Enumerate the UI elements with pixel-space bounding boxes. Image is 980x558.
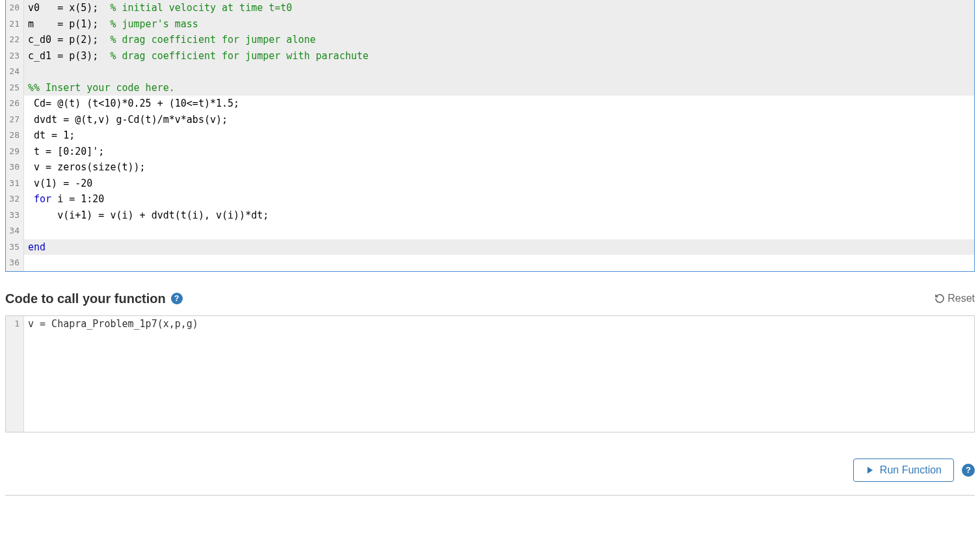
line-content[interactable] <box>24 223 974 239</box>
code-line[interactable]: 28 dt = 1; <box>6 127 974 144</box>
code-line[interactable]: 26 Cd= @(t) (t<10)*0.25 + (10<=t)*1.5; <box>6 96 974 112</box>
line-content[interactable]: v(1) = -20 <box>24 176 974 192</box>
line-number: 35 <box>6 239 24 256</box>
code-line[interactable]: 21m = p(1); % jumper's mass <box>6 16 974 33</box>
line-content[interactable]: v = zeros(size(t)); <box>24 159 974 176</box>
help-icon[interactable]: ? <box>171 293 183 304</box>
code-line[interactable]: 27 dvdt = @(t,v) g-Cd(t)/m*v*abs(v); <box>6 112 974 128</box>
line-number: 23 <box>6 48 24 64</box>
line-content[interactable]: end <box>24 239 974 256</box>
line-number: 32 <box>6 191 24 207</box>
call-section-title-text: Code to call your function <box>5 291 166 306</box>
reset-icon <box>934 293 945 304</box>
line-content[interactable]: v0 = x(5); % initial velocity at time t=… <box>24 0 974 16</box>
run-function-button[interactable]: Run Function <box>853 458 954 482</box>
line-content[interactable]: m = p(1); % jumper's mass <box>24 16 974 33</box>
line-number: 33 <box>6 207 24 224</box>
line-number: 29 <box>6 144 24 160</box>
code-line[interactable]: 22c_d0 = p(2); % drag coefficient for ju… <box>6 32 974 48</box>
code-line[interactable]: 33 v(i+1) = v(i) + dvdt(t(i), v(i))*dt; <box>6 207 974 224</box>
reset-label: Reset <box>947 293 975 304</box>
line-content[interactable]: c_d1 = p(3); % drag coefficient for jump… <box>24 48 974 64</box>
line-content[interactable]: dt = 1; <box>24 127 974 144</box>
line-number: 34 <box>6 223 24 239</box>
code-line[interactable]: 23c_d1 = p(3); % drag coefficient for ju… <box>6 48 974 64</box>
line-number: 27 <box>6 112 24 128</box>
call-code-editor[interactable]: 1 v = Chapra_Problem_1p7(x,p,g) <box>5 315 975 432</box>
play-icon <box>866 466 875 475</box>
call-gutter <box>6 332 24 432</box>
line-content[interactable]: t = [0:20]'; <box>24 144 974 160</box>
code-line[interactable]: 20v0 = x(5); % initial velocity at time … <box>6 0 974 16</box>
code-line[interactable]: 30 v = zeros(size(t)); <box>6 159 974 176</box>
line-content[interactable]: v(i+1) = v(i) + dvdt(t(i), v(i))*dt; <box>24 207 974 224</box>
call-line-content[interactable]: v = Chapra_Problem_1p7(x,p,g) <box>24 316 974 332</box>
line-content[interactable] <box>24 255 974 271</box>
line-number: 20 <box>6 0 24 16</box>
code-line[interactable]: 34 <box>6 223 974 239</box>
svg-marker-0 <box>867 466 873 473</box>
help-icon[interactable]: ? <box>962 464 975 477</box>
main-code-editor[interactable]: 20v0 = x(5); % initial velocity at time … <box>5 0 975 272</box>
line-number: 36 <box>6 255 24 271</box>
line-number: 26 <box>6 96 24 112</box>
line-number: 25 <box>6 80 24 96</box>
line-number: 24 <box>6 64 24 80</box>
code-line[interactable]: 32 for i = 1:20 <box>6 191 974 207</box>
run-row: Run Function ? <box>5 458 975 482</box>
run-button-label: Run Function <box>880 464 942 476</box>
code-line[interactable]: 24 <box>6 64 974 80</box>
call-section-title: Code to call your function ? <box>5 291 183 306</box>
line-content[interactable]: dvdt = @(t,v) g-Cd(t)/m*v*abs(v); <box>24 112 974 128</box>
reset-button[interactable]: Reset <box>934 293 975 304</box>
line-content[interactable]: Cd= @(t) (t<10)*0.25 + (10<=t)*1.5; <box>24 96 974 112</box>
code-line[interactable]: 25%% Insert your code here. <box>6 80 974 96</box>
code-line[interactable]: 31 v(1) = -20 <box>6 176 974 192</box>
code-line[interactable]: 36 <box>6 255 974 271</box>
line-number: 31 <box>6 176 24 192</box>
code-line[interactable]: 35end <box>6 239 974 256</box>
divider <box>5 495 975 496</box>
line-content[interactable] <box>24 64 974 80</box>
line-number: 22 <box>6 32 24 48</box>
line-content[interactable]: %% Insert your code here. <box>24 80 974 96</box>
line-number: 28 <box>6 127 24 144</box>
call-section-header: Code to call your function ? Reset <box>5 291 975 306</box>
line-content[interactable]: c_d0 = p(2); % drag coefficient for jump… <box>24 32 974 48</box>
call-body[interactable] <box>24 332 974 432</box>
line-number: 21 <box>6 16 24 33</box>
line-number: 30 <box>6 159 24 176</box>
line-content[interactable]: for i = 1:20 <box>24 191 974 207</box>
call-line-number: 1 <box>6 316 24 332</box>
code-line[interactable]: 29 t = [0:20]'; <box>6 144 974 160</box>
call-code-line[interactable]: 1 v = Chapra_Problem_1p7(x,p,g) <box>6 316 974 332</box>
